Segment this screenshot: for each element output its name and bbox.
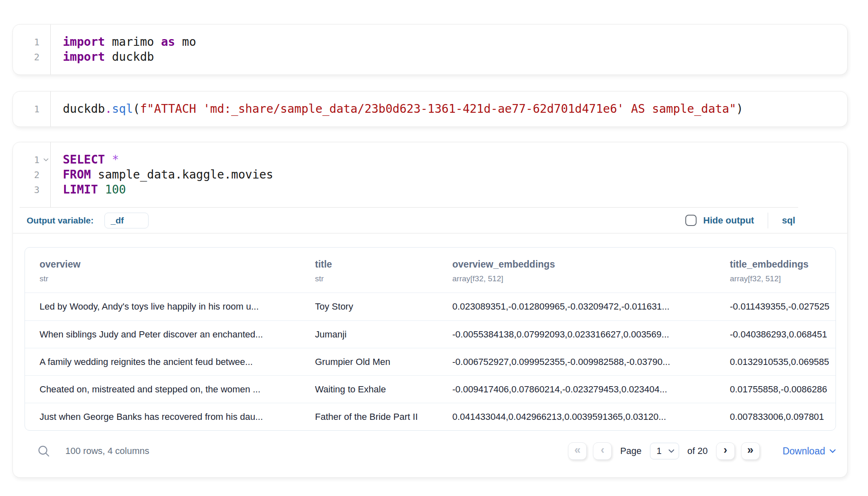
first-page-button[interactable]: « bbox=[568, 442, 587, 460]
search-icon[interactable] bbox=[37, 444, 50, 458]
fold-chevron-icon[interactable] bbox=[43, 158, 49, 162]
code-line[interactable]: 3LIMIT 100 bbox=[13, 182, 847, 197]
code-cell-imports: 1import marimo as mo2import duckdb bbox=[12, 24, 848, 75]
table-cell: Waiting to Exhale bbox=[315, 384, 452, 395]
code-line[interactable]: 1duckdb.sql(f"ATTACH 'md:_share/sample_d… bbox=[13, 102, 847, 117]
pagination: « ‹ Page 1 of 20 › » bbox=[568, 442, 836, 460]
line-number: 3 bbox=[13, 185, 50, 195]
column-type: array[f32, 512] bbox=[730, 274, 827, 283]
code-token: * bbox=[112, 153, 119, 166]
toolbar-divider bbox=[768, 213, 768, 228]
table-cell: 0.041433044,0.042966213,0.0039591365,0.0… bbox=[452, 412, 730, 422]
table-cell: Father of the Bride Part II bbox=[315, 412, 452, 422]
language-toggle[interactable]: sql bbox=[782, 215, 795, 226]
table-row[interactable]: A family wedding reignites the ancient f… bbox=[25, 348, 836, 375]
code-token: f"ATTACH 'md:_share/sample_data/23b0d623… bbox=[140, 102, 736, 116]
table-cell: Just when George Banks has recovered fro… bbox=[40, 412, 315, 422]
last-page-button[interactable]: » bbox=[741, 442, 760, 460]
code-token: duckdb bbox=[105, 50, 154, 64]
code-text: import duckdb bbox=[50, 50, 154, 64]
code-line[interactable]: 2FROM sample_data.kaggle.movies bbox=[13, 167, 847, 182]
table-cell: -0.006752927,0.099952355,-0.009982588,-0… bbox=[452, 357, 730, 367]
table-cell: 0.007833006,0.097801 bbox=[730, 412, 836, 422]
column-name: title_embeddings bbox=[730, 259, 827, 270]
code-token: ( bbox=[133, 102, 140, 116]
code-token: import bbox=[63, 35, 105, 49]
column-name: title bbox=[315, 259, 444, 270]
column-header-overview[interactable]: overviewstr bbox=[40, 259, 315, 283]
table-cell: A family wedding reignites the ancient f… bbox=[40, 357, 315, 367]
code-text: duckdb.sql(f"ATTACH 'md:_share/sample_da… bbox=[50, 102, 743, 117]
code-token: sample_data.kaggle.movies bbox=[91, 168, 273, 181]
column-header-title_embeddings[interactable]: title_embeddingsarray[f32, 512] bbox=[730, 259, 836, 283]
code-token bbox=[98, 183, 105, 196]
code-token: mo bbox=[175, 35, 196, 49]
code-token: import bbox=[63, 50, 105, 64]
line-number: 2 bbox=[13, 52, 50, 62]
line-number: 1 bbox=[13, 104, 50, 114]
next-page-button[interactable]: › bbox=[716, 442, 735, 460]
column-header-title[interactable]: titlestr bbox=[315, 259, 452, 283]
column-header-overview_embeddings[interactable]: overview_embeddingsarray[f32, 512] bbox=[452, 259, 730, 283]
sql-cell: 1SELECT *2FROM sample_data.kaggle.movies… bbox=[12, 142, 848, 478]
code-editor[interactable]: 1SELECT *2FROM sample_data.kaggle.movies… bbox=[13, 142, 847, 207]
table-cell: 0.0132910535,0.069585 bbox=[730, 357, 836, 367]
download-button[interactable]: Download bbox=[783, 446, 836, 457]
table-cell: -0.0055384138,0.07992093,0.023316627,0.0… bbox=[452, 329, 730, 340]
code-text: LIMIT 100 bbox=[50, 182, 126, 197]
table-cell: Grumpier Old Men bbox=[315, 357, 452, 367]
output-area: overviewstrtitlestroverview_embeddingsar… bbox=[13, 233, 847, 477]
table-row[interactable]: Just when George Banks has recovered fro… bbox=[25, 403, 836, 430]
code-token: as bbox=[161, 35, 175, 49]
table-header-row: overviewstrtitlestroverview_embeddingsar… bbox=[25, 248, 836, 293]
code-token bbox=[105, 153, 112, 166]
table-cell: Cheated on, mistreated and stepped on, t… bbox=[40, 384, 315, 395]
table-row[interactable]: Led by Woody, Andy's toys live happily i… bbox=[25, 293, 836, 320]
column-type: str bbox=[315, 274, 444, 283]
table-row[interactable]: Cheated on, mistreated and stepped on, t… bbox=[25, 375, 836, 403]
table-cell: -0.009417406,0.07860214,-0.023279453,0.0… bbox=[452, 384, 730, 395]
code-line[interactable]: 2import duckdb bbox=[13, 50, 847, 64]
table-cell: Toy Story bbox=[315, 301, 452, 312]
previous-page-button[interactable]: ‹ bbox=[593, 442, 612, 460]
table-row[interactable]: When siblings Judy and Peter discover an… bbox=[25, 320, 836, 348]
table-cell: 0.01755858,-0.0086286 bbox=[730, 384, 836, 395]
column-name: overview bbox=[40, 259, 307, 270]
code-token: ) bbox=[736, 102, 743, 116]
first-page-icon: « bbox=[574, 444, 580, 456]
code-line[interactable]: 1import marimo as mo bbox=[13, 35, 847, 50]
chevron-down-icon bbox=[668, 449, 675, 453]
code-line[interactable]: 1SELECT * bbox=[13, 152, 847, 167]
code-token: marimo bbox=[105, 35, 161, 49]
output-variable-input[interactable]: _df bbox=[104, 213, 149, 228]
table-cell: 0.023089351,-0.012809965,-0.03209472,-0.… bbox=[452, 301, 730, 312]
page-select[interactable]: 1 bbox=[650, 443, 679, 459]
previous-page-icon: ‹ bbox=[600, 444, 604, 456]
code-cell-attach: 1duckdb.sql(f"ATTACH 'md:_share/sample_d… bbox=[12, 91, 848, 127]
code-token: sql bbox=[112, 102, 133, 116]
last-page-icon: » bbox=[747, 444, 754, 456]
code-token: FROM bbox=[63, 168, 91, 181]
line-number: 2 bbox=[13, 170, 50, 180]
code-text: import marimo as mo bbox=[50, 35, 196, 50]
hide-output-checkbox[interactable] bbox=[685, 215, 697, 226]
output-variable-label: Output variable: bbox=[27, 216, 94, 226]
line-number: 1 bbox=[13, 37, 50, 47]
table-cell: -0.011439355,-0.027525 bbox=[730, 301, 836, 312]
hide-output-label[interactable]: Hide output bbox=[703, 215, 754, 226]
code-token: 100 bbox=[105, 183, 126, 196]
code-token: . bbox=[105, 102, 112, 116]
table-cell: Jumanji bbox=[315, 329, 452, 340]
code-text: SELECT * bbox=[50, 152, 119, 167]
page-select-value: 1 bbox=[657, 446, 662, 456]
code-editor[interactable]: 1duckdb.sql(f"ATTACH 'md:_share/sample_d… bbox=[13, 92, 847, 126]
column-name: overview_embeddings bbox=[452, 259, 722, 270]
table-cell: When siblings Judy and Peter discover an… bbox=[40, 329, 315, 340]
code-editor[interactable]: 1import marimo as mo2import duckdb bbox=[13, 25, 847, 74]
column-type: array[f32, 512] bbox=[452, 274, 722, 283]
table-cell: -0.040386293,0.068451 bbox=[730, 329, 836, 340]
table-cell: Led by Woody, Andy's toys live happily i… bbox=[40, 301, 315, 312]
dataframe-table: overviewstrtitlestroverview_embeddingsar… bbox=[25, 247, 836, 431]
page-label: Page bbox=[620, 446, 641, 456]
table-body: Led by Woody, Andy's toys live happily i… bbox=[25, 293, 836, 430]
